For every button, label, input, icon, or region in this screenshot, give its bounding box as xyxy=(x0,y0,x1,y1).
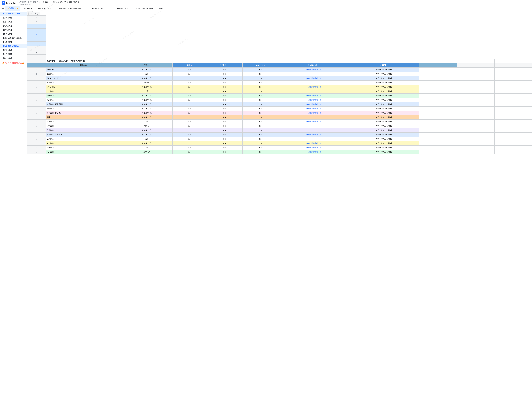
sidebar-item-mameng[interactable]: 【麦萌短剧】 xyxy=(0,48,27,52)
material-link[interactable]: ➡ 点击跳转素材片单 xyxy=(307,69,321,71)
cell-name: 风行短剧 xyxy=(46,150,121,154)
cell-I xyxy=(457,72,494,76)
cell-ratio: 63% xyxy=(206,128,242,133)
cell-platform: 快手 xyxy=(121,137,173,141)
sidebar-item-bingtian[interactable]: 【冰甜剧场 冰甜大剧场】 xyxy=(0,12,27,16)
cell-I xyxy=(457,133,494,137)
cell-H xyxy=(419,137,457,141)
cell-H xyxy=(419,93,457,98)
sidebar-item-baici[interactable]: 【白词短剧】 xyxy=(0,32,27,36)
filter-icon-category[interactable]: ▼ xyxy=(191,65,192,66)
cell-platform: 抖音/推广计划 xyxy=(121,111,173,115)
filter-icon-material[interactable]: ▼ xyxy=(319,65,320,66)
last-updated: Last updated: Dec 29 xyxy=(19,3,81,5)
col-header-F[interactable]: F xyxy=(27,37,46,41)
cell-ratio: 63% xyxy=(206,98,242,102)
cell-revenue: 支付 xyxy=(242,72,279,76)
cell-material xyxy=(279,115,349,120)
layers-icon xyxy=(1,7,4,10)
sidebar-item-jiuxiao[interactable]: 【九霄剧场】 xyxy=(0,24,27,28)
material-link[interactable]: ➡ 点击跳转素材片单 xyxy=(307,86,321,88)
col-header-D[interactable]: D xyxy=(27,28,46,33)
sidebar-item-dinghao[interactable]: 【顶好剧场】 xyxy=(0,20,27,24)
row-num-cell: 22 xyxy=(27,128,46,133)
cell-ratio: 63% xyxy=(206,81,242,85)
material-link[interactable]: ➡ 点击跳转素材片单 xyxy=(307,99,321,101)
material-link[interactable]: ➡ 点击跳转素材片单 xyxy=(307,108,321,110)
material-link[interactable]: ➡ 点击跳转素材片单 xyxy=(307,103,321,105)
cell-revenue: 支付 xyxy=(242,93,279,98)
sheet-area[interactable]: View Only Guest User 394 Guest User 394 … xyxy=(27,11,532,397)
cell-material: ➡ 点击跳转素材片单 xyxy=(279,98,349,102)
col-header-H[interactable]: H xyxy=(27,46,46,50)
filter-icon-cycle[interactable]: ▼ xyxy=(387,65,389,66)
col-header-G[interactable]: G xyxy=(27,41,46,46)
col-header-E[interactable]: E xyxy=(27,33,46,37)
filter-icon-platform[interactable]: ▼ xyxy=(148,65,149,66)
cell-name: 冰海短剧 xyxy=(46,124,121,128)
tab-maiya[interactable]: 【麦芽微剧】 xyxy=(20,6,35,11)
col-header-B[interactable]: B xyxy=(27,20,46,24)
tab-chaohao[interactable]: 【超好看剧场 多多剧场 来看剧场】 xyxy=(55,6,86,11)
material-link[interactable]: ➡ 点击跳转素材片单 xyxy=(307,112,321,114)
sidebar-item-huaping[interactable]: 【画屏剧场 女神剧场】 xyxy=(0,44,27,48)
sidebar-item-yuyu[interactable]: 【郁郁剧场】 xyxy=(0,16,27,20)
cell-J xyxy=(494,68,532,72)
cell-category: 短剧 xyxy=(173,85,206,89)
cell-category: 短剧 xyxy=(173,124,206,128)
tab-diaoyu[interactable]: 【钓鱼剧场 花生剧场】 xyxy=(86,6,108,11)
material-link[interactable]: ➡ 点击跳转素材片单 xyxy=(307,134,321,136)
cell-material: ➡ 点击跳转素材片单 xyxy=(279,106,349,111)
tab-yuyu[interactable]: 【郁郁... xyxy=(156,6,166,11)
tab-label-yuyu: 【郁郁... xyxy=(158,7,164,10)
cell-name: 碧海剧场 xyxy=(46,106,121,111)
col-header-C[interactable]: C xyxy=(27,24,46,28)
tab-bingtian[interactable]: 【冰甜剧场 冰甜大剧场】 xyxy=(132,6,156,11)
material-link[interactable]: ➡ 点击跳转素材片单 xyxy=(307,151,321,153)
sidebar-item-feiying[interactable]: 【飞鹰剧场】 xyxy=(0,40,27,44)
cell-platform: 快手 xyxy=(121,72,173,76)
cell-ratio: 63% xyxy=(206,137,242,141)
sidebar-item-suchuan[interactable]: 【速播剧场】 xyxy=(0,52,27,56)
layers-button[interactable] xyxy=(0,6,6,11)
sidebar-item-bihai[interactable]: 【碧海剧场】 xyxy=(0,28,27,32)
col-header-J[interactable]: J xyxy=(27,55,46,59)
material-link[interactable]: ➡ 点击跳转素材片单 xyxy=(307,121,321,123)
material-link[interactable]: ➡ 点击跳转素材片单 xyxy=(307,147,321,149)
sidebar-item-fire[interactable]: 🔥短剧任务每日充值榜单🔥 xyxy=(0,61,27,65)
sidebar-item-jubao[interactable]: 【剧宝 冰海短剧 古言剧场】 xyxy=(0,36,27,40)
cell-name: 白词短剧（原子诗） xyxy=(46,111,121,115)
table-row: 17 碧海剧场 抖音/推广计划 短剧 63% 支付 ➡ 点击跳转素材片单 每周一… xyxy=(27,106,532,111)
cell-H xyxy=(419,89,457,93)
logo[interactable]: Feishu Docs xyxy=(2,1,19,5)
table-row: 12 冰甜大剧场 抖音/推广计划 短剧 63% 支付 ➡ 点击跳转素材片单 每周… xyxy=(27,85,532,89)
cell-J xyxy=(494,128,532,133)
tab-zhijian[interactable]: 【指尖小短剧 指尖剧场】 xyxy=(108,6,132,11)
cell-cycle: 每周一结算上一周佣金 xyxy=(349,141,419,146)
row-num-cell: 9 xyxy=(27,72,46,76)
tab-short-drama-summary[interactable]: ★ 短剧汇总 ★ xyxy=(6,6,20,11)
row-num-cell: 17 xyxy=(27,106,46,111)
cell-material: ➡ 点击跳转素材片单 xyxy=(279,85,349,89)
row-num-cell: 16 xyxy=(27,102,46,106)
material-link[interactable]: ➡ 点击跳转素材片单 xyxy=(307,95,321,97)
col-header-A[interactable]: A xyxy=(27,15,46,20)
material-link[interactable]: ➡ 点击跳转素材片单 xyxy=(307,77,321,79)
cell-cycle: 每周一结算上一周佣金 xyxy=(349,68,419,72)
table-row: 8 钓鱼短剧 抖音/推广计划 短剧 63% 支付 ➡ 点击跳转素材片单 每周一结… xyxy=(27,68,532,72)
table-row: 15 顶好剧场 抖音/推广计划 短剧 63% 支付 ➡ 点击跳转素材片单 每周一… xyxy=(27,98,532,102)
col-header-I[interactable]: I xyxy=(27,50,46,55)
cell-J xyxy=(494,72,532,76)
cell-J xyxy=(494,89,532,93)
filter-icon-revenue[interactable]: ▼ xyxy=(264,65,265,66)
cell-ratio: 63% xyxy=(206,150,242,154)
tab-weijiuba[interactable]: 【微剧吧 红火剧场】 xyxy=(35,6,55,11)
cell-H xyxy=(419,146,457,150)
cell-J xyxy=(494,85,532,89)
material-link[interactable]: ➡ 点击跳转素材片单 xyxy=(307,142,321,144)
cell-name: 指间小（微）短剧 xyxy=(46,76,121,81)
filter-icon-ratio[interactable]: ▼ xyxy=(227,65,229,66)
sidebar-item-fenxing[interactable]: 【风行短剧】 xyxy=(0,56,27,60)
cell-J xyxy=(494,111,532,115)
cell-revenue: 支付 xyxy=(242,98,279,102)
